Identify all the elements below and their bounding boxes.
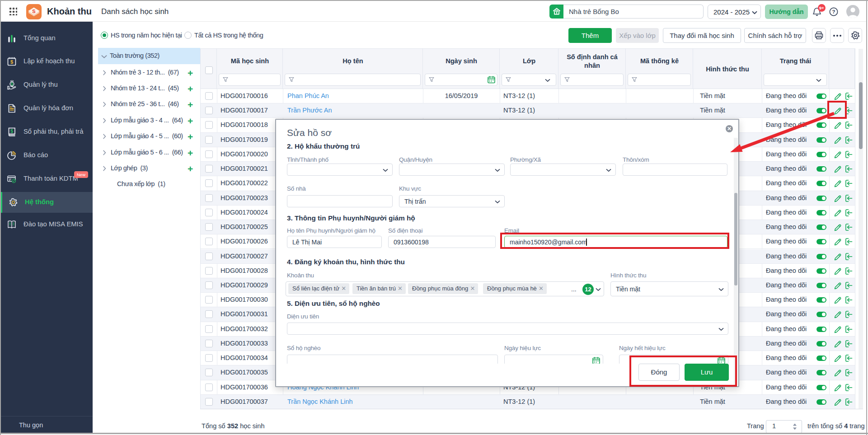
- svg-text:?: ?: [832, 9, 835, 14]
- svg-text:$: $: [11, 82, 13, 86]
- svg-text:$: $: [10, 128, 13, 134]
- svg-text:$: $: [10, 59, 13, 65]
- svg-text:S: S: [32, 9, 35, 14]
